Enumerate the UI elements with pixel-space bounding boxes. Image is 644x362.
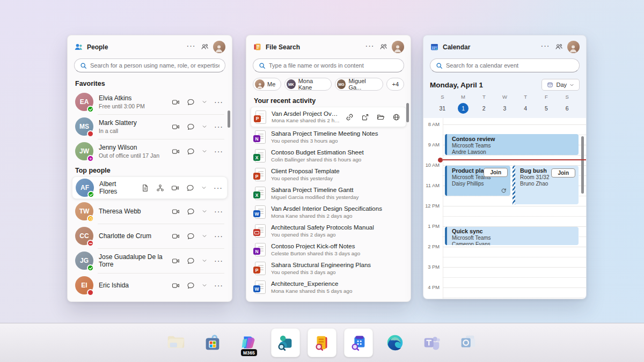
video-call-icon[interactable] [172,257,180,265]
filter-chip-me[interactable]: Me [253,78,281,91]
person-row[interactable]: EA Elvia Atkins Free until 3:00 PM ··· [72,90,228,114]
date-cell-selected[interactable]: 1 [453,103,474,114]
document-icon[interactable] [141,184,149,192]
date-cell[interactable]: 6 [557,103,577,114]
filter-chip-overflow[interactable]: +4 [386,78,404,91]
video-call-icon[interactable] [172,208,180,216]
filter-chip-person[interactable]: MKMona Kane [284,78,332,91]
person-row[interactable]: EI Eric Ishida ··· [72,273,228,298]
date-cell[interactable]: 4 [515,103,536,114]
person-row[interactable]: CC Charlotte de Crum ··· [72,224,228,248]
file-row-selected[interactable]: Van Arsdel Project Overview... Mona Kane… [251,107,406,127]
person-row[interactable]: MS Mark Slattery In a call ··· [72,114,228,139]
scrollbar[interactable] [406,103,409,122]
row-more-icon[interactable]: ··· [214,283,223,288]
row-more-icon[interactable]: ··· [214,258,223,263]
row-more-icon[interactable]: ··· [214,124,223,129]
file-row[interactable]: Client Proposal TemplateYou opened this … [251,165,406,184]
row-more-icon[interactable]: ··· [214,209,223,214]
join-button[interactable]: Join [484,168,508,177]
user-avatar[interactable] [392,41,404,53]
view-selector-button[interactable]: Day [541,79,580,91]
taskbar-file-search-app[interactable] [308,328,336,357]
date-cell[interactable]: 3 [494,103,515,114]
chat-icon[interactable] [187,98,195,106]
date-cell[interactable]: 2 [473,103,494,114]
scrollbar[interactable] [228,110,230,128]
file-search[interactable] [253,58,404,72]
chevron-down-icon[interactable] [202,258,207,263]
video-call-icon[interactable] [172,98,180,106]
taskbar-teams[interactable] [417,328,446,357]
people-search-input[interactable] [90,62,219,69]
video-call-icon[interactable] [172,147,180,156]
chevron-down-icon[interactable] [202,124,207,129]
chevron-down-icon[interactable] [202,99,207,105]
chevron-down-icon[interactable] [201,185,207,190]
taskbar-file-explorer[interactable] [162,328,191,357]
calendar-event[interactable]: Bug bush Room 31/32 Bruno Zhao Join [513,166,579,204]
person-row[interactable]: JW Jenny Wilson Out of office until 17 J… [72,139,228,164]
file-row[interactable]: Contoso Project Kick-off NotesCeleste Bu… [251,240,406,259]
share-icon[interactable] [361,113,369,121]
calendar-event[interactable]: Quick sync Microsoft Teams Cameron Evans [445,227,579,245]
user-avatar[interactable] [567,41,580,53]
calendar-search-input[interactable] [446,62,574,69]
join-button[interactable]: Join [551,168,575,178]
video-call-icon[interactable] [172,232,180,240]
taskbar-copilot-m365[interactable]: M365 [235,328,264,357]
filter-chip-person[interactable]: MGMiguel Ga... [335,78,383,91]
video-call-icon[interactable] [172,282,180,290]
chevron-down-icon[interactable] [202,283,207,288]
org-chart-icon[interactable] [156,184,164,192]
chat-icon[interactable] [187,232,195,240]
people-share-icon[interactable] [378,42,388,52]
chevron-down-icon[interactable] [202,209,207,214]
scrollbar[interactable] [581,136,584,194]
date-cell[interactable]: 31 [432,103,453,114]
chat-icon[interactable] [187,257,195,265]
copy-link-icon[interactable] [346,113,354,121]
date-cell[interactable]: 5 [536,103,557,114]
chevron-down-icon[interactable] [202,149,207,154]
chat-icon[interactable] [187,147,195,156]
person-row-selected[interactable]: AF Albert Flores ··· [72,176,228,199]
more-options-icon[interactable]: ··· [540,42,550,52]
chat-icon[interactable] [187,282,195,290]
open-in-browser-icon[interactable] [392,113,400,121]
people-share-icon[interactable] [200,42,209,52]
taskbar-edge[interactable] [380,328,409,357]
row-more-icon[interactable]: ··· [214,149,223,154]
row-more-icon[interactable]: ··· [214,99,223,105]
person-row[interactable]: TW Theresa Webb ··· [72,199,228,224]
chevron-down-icon[interactable] [202,233,207,239]
chat-icon[interactable] [187,208,195,216]
people-search[interactable] [74,58,225,72]
open-folder-icon[interactable] [377,113,385,121]
people-share-icon[interactable] [554,42,564,52]
file-row[interactable]: Architectural Safety Protocols ManualYou… [251,221,406,240]
chat-icon[interactable] [186,184,194,192]
video-call-icon[interactable] [171,184,179,192]
taskbar-calendar-search-app[interactable] [344,328,373,357]
calendar-event[interactable]: Contoso review Microsoft Teams Andre Law… [445,134,579,155]
day-grid[interactable]: 8 AM 9 AM 10 AM 11 AM 12 PM 1 PM 2 PM 3 … [423,118,586,299]
more-options-icon[interactable]: ··· [186,42,196,52]
taskbar-people-search-app[interactable] [271,328,300,357]
file-row[interactable]: Sahara Project Timeline GanttMiguel Garc… [251,184,406,203]
video-call-icon[interactable] [172,123,180,131]
person-row[interactable]: JG Jose Guadalupe De la Torre ··· [72,248,228,273]
row-more-icon[interactable]: ··· [214,185,223,190]
taskbar-microsoft-store[interactable] [198,328,227,357]
more-options-icon[interactable]: ··· [365,42,375,52]
file-search-input[interactable] [269,62,398,69]
file-row[interactable]: Sahara Structural Engineering PlansYou o… [251,259,406,278]
file-row[interactable]: Sahara Project Timeline Meeting NotesYou… [251,128,406,146]
row-more-icon[interactable]: ··· [214,233,223,239]
taskbar-outlook[interactable] [453,328,482,357]
user-avatar[interactable] [213,41,225,53]
file-row[interactable]: Contoso Budget Estimation SheetColin Bal… [251,146,406,165]
calendar-event[interactable]: Product planning Microsoft Teams Daisy P… [445,166,510,196]
chat-icon[interactable] [187,123,195,131]
file-row[interactable]: Van Arsdel Interior Design Specification… [251,203,406,221]
